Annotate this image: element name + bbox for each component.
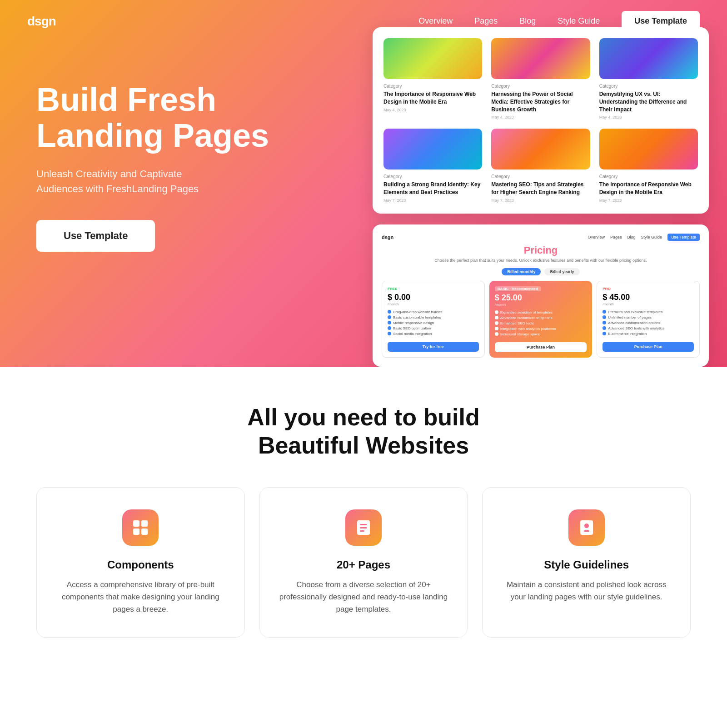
blog-image-1: [383, 38, 482, 79]
blog-image-4: [383, 129, 482, 170]
plan-pro-feature-5: E-commerce integration: [603, 332, 694, 336]
pages-icon: [345, 509, 382, 546]
svg-point-9: [584, 524, 589, 528]
pricing-title: Pricing: [382, 244, 700, 256]
blog-date-1: May 4, 2023: [383, 108, 482, 112]
billing-monthly-toggle[interactable]: Billed monthly: [502, 268, 541, 275]
plan-basic-feature-3: Enhanced SEO tools: [495, 321, 587, 325]
pricing-plans: FREE $ 0.00 /month Drag-and-drop website…: [382, 281, 700, 358]
pricing-nav-pages: Pages: [610, 235, 622, 239]
navbar-logo: dsgn: [27, 14, 56, 29]
svg-rect-2: [133, 529, 139, 535]
blog-date-5: May 7, 2023: [491, 198, 590, 203]
plan-free-period: /month: [388, 302, 479, 306]
navbar-links: Overview Pages Blog Style Guide Use Temp…: [418, 11, 700, 31]
features-cards: Components Access a comprehensive librar…: [36, 487, 691, 638]
feature-style-title: Style Guidelines: [544, 558, 629, 571]
pricing-nav-blog: Blog: [627, 235, 636, 239]
svg-rect-7: [360, 530, 364, 532]
plan-free-price: $ 0.00: [388, 293, 479, 302]
billing-yearly-toggle[interactable]: Billed yearly: [544, 268, 579, 275]
features-title-line2: Beautiful Websites: [258, 432, 469, 459]
plan-pro-feature-2: Unlimited number of pages: [603, 315, 694, 319]
svg-rect-0: [133, 520, 139, 527]
components-icon: [122, 509, 159, 546]
plan-pro: PRO $ 45.00 /month Premium and exclusive…: [597, 281, 700, 358]
plan-basic: BASIC · Recommended $ 25.00 /month Expan…: [489, 281, 593, 358]
blog-category-5: Category: [491, 174, 590, 179]
plan-free-feature-2: Basic customizable templates: [388, 315, 479, 319]
svg-rect-1: [141, 520, 148, 527]
plan-free-feature-5: Social media integration: [388, 332, 479, 336]
feature-card-components: Components Access a comprehensive librar…: [36, 487, 245, 638]
nav-link-pages[interactable]: Pages: [474, 16, 498, 26]
hero-subtitle: Unleash Creativity and Captivate Audienc…: [36, 166, 209, 196]
plan-free-badge: FREE: [388, 287, 479, 291]
blog-preview-card: Category The Importance of Responsive We…: [373, 27, 709, 214]
blog-grid: Category The Importance of Responsive We…: [383, 38, 698, 203]
nav-link-overview[interactable]: Overview: [418, 16, 453, 26]
pricing-toggle: Billed monthly Billed yearly: [382, 268, 700, 275]
hero-left: Build Fresh Landing Pages Unleash Creati…: [0, 0, 364, 288]
pricing-nav-style-guide: Style Guide: [641, 235, 662, 239]
pricing-preview-card: dsgn Overview Pages Blog Style Guide Use…: [373, 224, 709, 367]
plan-free-button[interactable]: Try for free: [388, 342, 479, 352]
hero-title-line1: Build Fresh: [36, 81, 216, 118]
plan-basic-price: $ 25.00: [495, 293, 587, 303]
feature-dot: [603, 315, 606, 319]
feature-components-title: Components: [107, 558, 174, 571]
plan-basic-feature-5: Increased storage space: [495, 332, 587, 336]
pricing-nav-overview: Overview: [588, 235, 605, 239]
navbar-use-template-button[interactable]: Use Template: [622, 11, 700, 31]
feature-dot: [603, 321, 606, 324]
blog-category-4: Category: [383, 174, 482, 179]
blog-title-4: Building a Strong Brand Identity: Key El…: [383, 181, 482, 196]
svg-rect-5: [360, 524, 367, 525]
blog-image-3: [599, 38, 698, 79]
blog-item-4: Category Building a Strong Brand Identit…: [383, 129, 482, 203]
feature-dot: [603, 326, 606, 330]
nav-link-blog[interactable]: Blog: [519, 16, 536, 26]
plan-pro-button[interactable]: Purchase Plan: [603, 342, 694, 352]
plan-pro-badge: PRO: [603, 287, 694, 291]
hero-use-template-button[interactable]: Use Template: [36, 220, 155, 252]
plan-free-feature-4: Basic SEO optimization: [388, 326, 479, 330]
blog-image-6: [599, 129, 698, 170]
svg-rect-3: [141, 529, 148, 535]
feature-dot: [388, 321, 391, 324]
hero-right: Category The Importance of Responsive We…: [364, 0, 727, 367]
pricing-subtitle: Choose the perfect plan that suits your …: [382, 258, 700, 263]
feature-dot-white: [495, 332, 498, 336]
blog-category-3: Category: [599, 84, 698, 89]
style-guidelines-icon: [568, 509, 605, 546]
blog-category-6: Category: [599, 174, 698, 179]
plan-pro-price: $ 45.00: [603, 293, 694, 302]
features-section: All you need to build Beautiful Websites…: [0, 367, 727, 665]
svg-rect-10: [584, 530, 589, 532]
plan-basic-feature-4: Integration with analytics platforms: [495, 327, 587, 331]
blog-title-6: The Importance of Responsive Web Design …: [599, 181, 698, 196]
plan-basic-badge: BASIC · Recommended: [495, 286, 587, 291]
feature-pages-title: 20+ Pages: [337, 558, 390, 571]
blog-category-2: Category: [491, 84, 590, 89]
pricing-mini-nav: Overview Pages Blog Style Guide Use Temp…: [588, 234, 700, 241]
blog-title-3: Demystifying UX vs. UI: Understanding th…: [599, 90, 698, 113]
feature-dot-white: [495, 321, 498, 325]
feature-dot: [388, 310, 391, 314]
plan-free: FREE $ 0.00 /month Drag-and-drop website…: [382, 281, 485, 358]
feature-dot: [603, 332, 606, 335]
nav-link-style-guide[interactable]: Style Guide: [558, 16, 600, 26]
blog-item-1: Category The Importance of Responsive We…: [383, 38, 482, 120]
pricing-nav-cta[interactable]: Use Template: [667, 234, 700, 241]
feature-pages-desc: Choose from a diverse selection of 20+ p…: [278, 578, 449, 616]
blog-item-2: Category Harnessing the Power of Social …: [491, 38, 590, 120]
feature-dot: [388, 332, 391, 335]
blog-item-6: Category The Importance of Responsive We…: [599, 129, 698, 203]
plan-basic-button[interactable]: Purchase Plan: [495, 342, 587, 352]
pricing-card-header: dsgn Overview Pages Blog Style Guide Use…: [382, 234, 700, 241]
plan-pro-feature-1: Premium and exclusive templates: [603, 310, 694, 314]
blog-date-4: May 7, 2023: [383, 198, 482, 203]
blog-category-1: Category: [383, 84, 482, 89]
blog-title-5: Mastering SEO: Tips and Strategies for H…: [491, 181, 590, 196]
pricing-mini-logo: dsgn: [382, 234, 393, 240]
